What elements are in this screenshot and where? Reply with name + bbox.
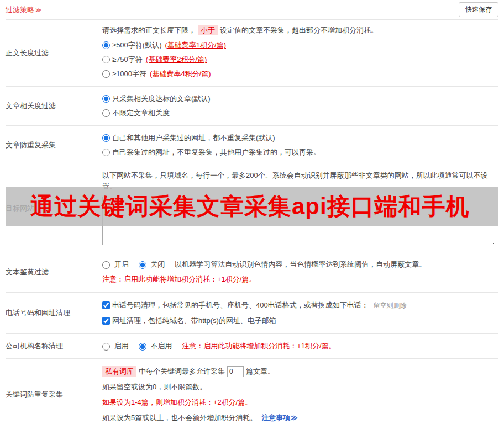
row-keyword-dedup: 关键词防重复采集 私有词库 中每个关键词最多允许采集 篇文章。 如果留空或设为0… bbox=[6, 359, 498, 424]
keyword-note-zero: 如果留空或设为0，则不限篇数。 bbox=[102, 379, 498, 395]
page-title-text: 过滤策略 bbox=[6, 6, 34, 14]
option-phone-clean[interactable]: 电话号码清理，包括常见的手机号、座机号、400电话格式，或替换成如下电话： bbox=[102, 298, 498, 313]
body-length-intro: 请选择需求的正文长度下限，小于设定值的文章不采集，超出部分不增加积分消耗。 bbox=[102, 25, 498, 36]
max-articles-input[interactable] bbox=[227, 366, 244, 377]
row-porn-filter: 文本鉴黄过滤 开启 关闭 以机器学习算法自动识别色情内容，当色情概率达到系统阈值… bbox=[6, 252, 498, 293]
checkbox-url-clean[interactable] bbox=[102, 317, 110, 325]
option-min1000[interactable]: ≥1000字符 (基础费率4积分/篇) bbox=[102, 67, 498, 81]
keyword-note-1to4: 如果设为1-4篇，则增加积分消耗：+2积分/篇。 bbox=[102, 395, 498, 410]
option-dedup-all-users[interactable]: 自己和其他用户采集过的网址，都不重复采集(默认) bbox=[102, 131, 498, 145]
radio-company-on[interactable] bbox=[102, 343, 110, 351]
radio-dedup-all-users[interactable] bbox=[102, 134, 110, 142]
label-article-dedup: 文章防重复采集 bbox=[6, 131, 102, 160]
radio-company-off[interactable] bbox=[139, 343, 146, 351]
watermark-text: 通过关键词采集文章采集api接口端和手机 bbox=[30, 191, 470, 222]
keyword-note-5plus: 如果设为5篇或以上，也不会额外增加积分消耗。 注意事项≫ bbox=[102, 410, 498, 424]
porn-filter-desc: 以机器学习算法自动识别色情内容，当色情概率达到系统阈值，自动屏蔽文章。 bbox=[175, 259, 426, 269]
topbar: 过滤策略≫ 快速保存 bbox=[6, 0, 498, 20]
fee-note-1: (基础费率1积分/篇) bbox=[165, 40, 226, 50]
keyword-limit-line: 私有词库 中每个关键词最多允许采集 篇文章。 bbox=[102, 364, 498, 379]
label-phone-url-clean: 电话号码和网址清理 bbox=[6, 298, 102, 328]
fee-note-2: (基础费率2积分/篇) bbox=[146, 55, 207, 65]
radio-min500[interactable] bbox=[102, 41, 110, 49]
notice-link[interactable]: 注意事项≫ bbox=[261, 413, 298, 423]
row-body-length-filter: 正文长度过滤 请选择需求的正文长度下限，小于设定值的文章不采集，超出部分不增加积… bbox=[6, 20, 498, 87]
radio-porn-on[interactable] bbox=[102, 261, 110, 269]
less-than-highlight: 小于 bbox=[198, 25, 218, 35]
option-min750[interactable]: ≥750字符 (基础费率2积分/篇) bbox=[102, 52, 498, 67]
radio-relevance-any[interactable] bbox=[102, 109, 110, 117]
company-clean-note: 注意：启用此功能将增加积分消耗：+1积分/篇。 bbox=[182, 341, 335, 351]
replacement-phone-input[interactable] bbox=[371, 300, 438, 311]
label-porn-filter: 文本鉴黄过滤 bbox=[6, 257, 102, 287]
porn-filter-options: 开启 关闭 以机器学习算法自动识别色情内容，当色情概率达到系统阈值，自动屏蔽文章… bbox=[102, 257, 498, 272]
label-company-clean: 公司机构名称清理 bbox=[6, 339, 102, 353]
fee-note-3: (基础费率4积分/篇) bbox=[150, 69, 211, 79]
label-relevance-filter: 文章相关度过滤 bbox=[6, 92, 102, 120]
company-clean-options: 启用 不启用 注意：启用此功能将增加积分消耗：+1积分/篇。 bbox=[102, 339, 498, 353]
radio-relevance-strict[interactable] bbox=[102, 95, 110, 103]
watermark-overlay: 通过关键词采集文章采集api接口端和手机 bbox=[6, 187, 498, 226]
radio-min1000[interactable] bbox=[102, 70, 110, 78]
option-dedup-self-only[interactable]: 自己采集过的网址，不重复采集，其他用户采集过的，可以再采。 bbox=[102, 145, 498, 160]
option-porn-on[interactable]: 开启 bbox=[102, 259, 129, 269]
porn-filter-note: 注意：启用此功能将增加积分消耗：+1积分/篇。 bbox=[102, 272, 498, 287]
option-company-off[interactable]: 不启用 bbox=[139, 341, 172, 351]
option-min500[interactable]: ≥500字符(默认) (基础费率1积分/篇) bbox=[102, 38, 498, 52]
radio-porn-off[interactable] bbox=[139, 261, 146, 269]
row-relevance-filter: 文章相关度过滤 只采集相关度达标的文章(默认) 不限定文章相关度 bbox=[6, 87, 498, 126]
private-lexicon-highlight: 私有词库 bbox=[102, 366, 136, 377]
row-article-dedup: 文章防重复采集 自己和其他用户采集过的网址，都不重复采集(默认) 自己采集过的网… bbox=[6, 126, 498, 165]
quick-save-button[interactable]: 快速保存 bbox=[459, 2, 498, 17]
radio-min750[interactable] bbox=[102, 56, 110, 63]
chevron-down-icon: ≫ bbox=[35, 7, 42, 13]
option-relevance-any[interactable]: 不限定文章相关度 bbox=[102, 106, 498, 120]
label-keyword-dedup: 关键词防重复采集 bbox=[6, 364, 102, 424]
row-phone-url-clean: 电话号码和网址清理 电话号码清理，包括常见的手机号、座机号、400电话格式，或替… bbox=[6, 293, 498, 334]
option-url-clean[interactable]: 网址清理，包括纯域名、带http(s)的网址、电子邮箱 bbox=[102, 313, 498, 328]
label-body-length-filter: 正文长度过滤 bbox=[6, 25, 102, 81]
option-relevance-strict[interactable]: 只采集相关度达标的文章(默认) bbox=[102, 92, 498, 106]
option-porn-off[interactable]: 关闭 bbox=[139, 259, 165, 269]
radio-dedup-self-only[interactable] bbox=[102, 149, 110, 156]
row-company-clean: 公司机构名称清理 启用 不启用 注意：启用此功能将增加积分消耗：+1积分/篇。 bbox=[6, 334, 498, 359]
checkbox-phone-clean[interactable] bbox=[102, 301, 110, 309]
page-title[interactable]: 过滤策略≫ bbox=[6, 5, 42, 15]
option-company-on[interactable]: 启用 bbox=[102, 341, 129, 351]
